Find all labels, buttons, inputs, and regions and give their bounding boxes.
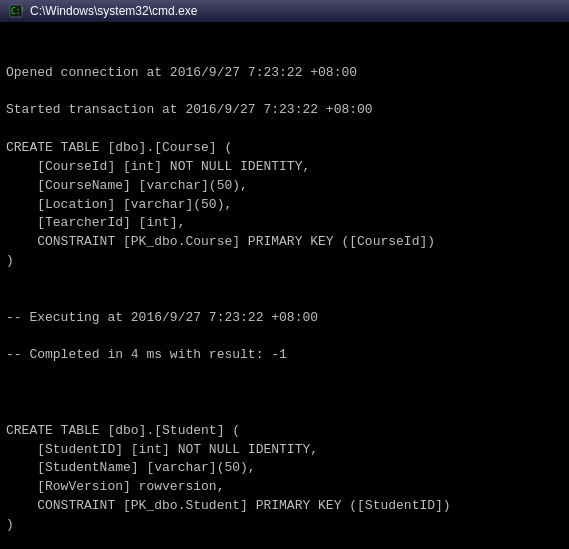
console-line: ): [6, 252, 563, 271]
console-line: [6, 535, 563, 549]
console-line: [6, 365, 563, 384]
console-line: [TearcherId] [int],: [6, 214, 563, 233]
console-line: [6, 328, 563, 347]
console-line: [6, 120, 563, 139]
console-line: [6, 290, 563, 309]
console-line: CREATE TABLE [dbo].[Course] (: [6, 139, 563, 158]
console-line: CONSTRAINT [PK_dbo.Course] PRIMARY KEY (…: [6, 233, 563, 252]
title-bar-text: C:\Windows\system32\cmd.exe: [30, 4, 561, 18]
console-line: -- Executing at 2016/9/27 7:23:22 +08:00: [6, 309, 563, 328]
console-line: Opened connection at 2016/9/27 7:23:22 +…: [6, 64, 563, 83]
window-container: C:\ C:\Windows\system32\cmd.exe Opened c…: [0, 0, 569, 549]
svg-text:C:\: C:\: [11, 7, 23, 16]
console-line: [6, 83, 563, 102]
console-line: CREATE TABLE [dbo].[Student] (: [6, 422, 563, 441]
console-line: ): [6, 516, 563, 535]
console-line: -- Completed in 4 ms with result: -1: [6, 346, 563, 365]
console-line: [Location] [varchar](50),: [6, 196, 563, 215]
console-line: [StudentID] [int] NOT NULL IDENTITY,: [6, 441, 563, 460]
cmd-icon: C:\: [8, 3, 24, 19]
console-line: CONSTRAINT [PK_dbo.Student] PRIMARY KEY …: [6, 497, 563, 516]
console-line: [StudentName] [varchar](50),: [6, 459, 563, 478]
console-line: [6, 271, 563, 290]
console-line: [CourseName] [varchar](50),: [6, 177, 563, 196]
console-output[interactable]: Opened connection at 2016/9/27 7:23:22 +…: [0, 22, 569, 549]
console-line: [6, 384, 563, 403]
console-line: [6, 403, 563, 422]
console-line: Started transaction at 2016/9/27 7:23:22…: [6, 101, 563, 120]
title-bar: C:\ C:\Windows\system32\cmd.exe: [0, 0, 569, 22]
console-line: [CourseId] [int] NOT NULL IDENTITY,: [6, 158, 563, 177]
console-line: [RowVersion] rowversion,: [6, 478, 563, 497]
